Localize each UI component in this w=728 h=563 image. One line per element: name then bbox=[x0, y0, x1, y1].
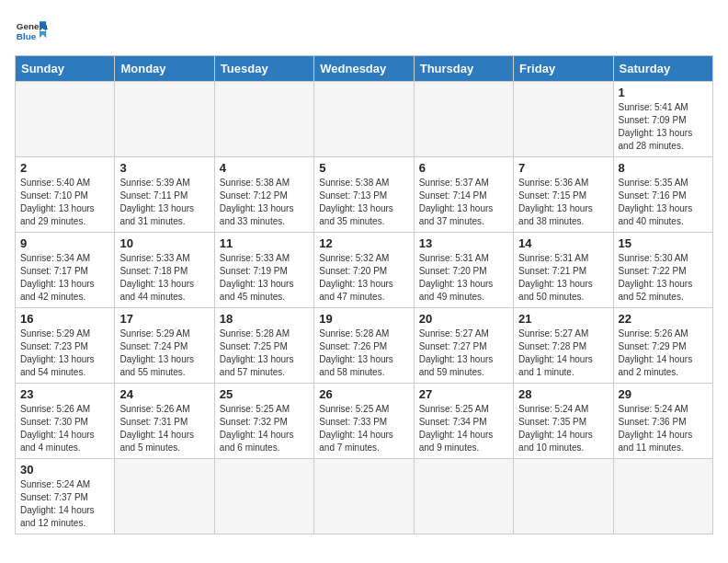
day-info: Sunrise: 5:24 AM Sunset: 7:37 PM Dayligh… bbox=[20, 478, 109, 530]
calendar-cell: 11Sunrise: 5:33 AM Sunset: 7:19 PM Dayli… bbox=[214, 233, 313, 308]
calendar-cell: 19Sunrise: 5:28 AM Sunset: 7:26 PM Dayli… bbox=[314, 308, 414, 384]
calendar-cell bbox=[514, 459, 613, 534]
calendar-cell: 8Sunrise: 5:35 AM Sunset: 7:16 PM Daylig… bbox=[613, 157, 712, 233]
weekday-header-wednesday: Wednesday bbox=[314, 56, 414, 82]
day-info: Sunrise: 5:41 AM Sunset: 7:09 PM Dayligh… bbox=[619, 101, 708, 153]
day-info: Sunrise: 5:26 AM Sunset: 7:29 PM Dayligh… bbox=[619, 327, 708, 379]
day-number: 22 bbox=[619, 312, 708, 326]
day-number: 5 bbox=[319, 161, 408, 175]
calendar-cell: 2Sunrise: 5:40 AM Sunset: 7:10 PM Daylig… bbox=[16, 157, 115, 233]
calendar-cell: 29Sunrise: 5:24 AM Sunset: 7:36 PM Dayli… bbox=[613, 384, 712, 459]
day-number: 19 bbox=[319, 312, 408, 326]
calendar-cell: 30Sunrise: 5:24 AM Sunset: 7:37 PM Dayli… bbox=[16, 459, 115, 534]
day-number: 18 bbox=[220, 312, 309, 326]
weekday-header-thursday: Thursday bbox=[414, 56, 513, 82]
day-info: Sunrise: 5:24 AM Sunset: 7:35 PM Dayligh… bbox=[518, 403, 608, 454]
day-info: Sunrise: 5:31 AM Sunset: 7:21 PM Dayligh… bbox=[518, 252, 608, 304]
calendar-cell bbox=[16, 82, 115, 157]
day-number: 12 bbox=[319, 236, 408, 250]
day-number: 27 bbox=[419, 387, 508, 401]
day-info: Sunrise: 5:30 AM Sunset: 7:22 PM Dayligh… bbox=[619, 252, 708, 304]
day-info: Sunrise: 5:29 AM Sunset: 7:24 PM Dayligh… bbox=[119, 327, 209, 379]
day-info: Sunrise: 5:35 AM Sunset: 7:16 PM Dayligh… bbox=[619, 177, 708, 228]
calendar-cell: 27Sunrise: 5:25 AM Sunset: 7:34 PM Dayli… bbox=[414, 384, 513, 459]
day-number: 2 bbox=[20, 161, 109, 175]
day-info: Sunrise: 5:25 AM Sunset: 7:34 PM Dayligh… bbox=[419, 403, 508, 454]
day-number: 29 bbox=[619, 387, 708, 401]
day-number: 30 bbox=[20, 463, 109, 477]
day-number: 20 bbox=[419, 312, 508, 326]
calendar-cell bbox=[214, 459, 313, 534]
day-number: 25 bbox=[220, 387, 309, 401]
page-header: General Blue bbox=[15, 15, 713, 48]
calendar-cell: 6Sunrise: 5:37 AM Sunset: 7:14 PM Daylig… bbox=[414, 157, 513, 233]
day-number: 1 bbox=[619, 86, 708, 99]
svg-marker-3 bbox=[40, 31, 46, 38]
svg-text:Blue: Blue bbox=[17, 31, 37, 41]
calendar-cell: 5Sunrise: 5:38 AM Sunset: 7:13 PM Daylig… bbox=[314, 157, 414, 233]
calendar-week-row: 1Sunrise: 5:41 AM Sunset: 7:09 PM Daylig… bbox=[16, 82, 713, 157]
day-info: Sunrise: 5:32 AM Sunset: 7:20 PM Dayligh… bbox=[319, 252, 408, 304]
calendar-cell bbox=[314, 82, 414, 157]
day-number: 21 bbox=[518, 312, 608, 326]
day-info: Sunrise: 5:39 AM Sunset: 7:11 PM Dayligh… bbox=[119, 177, 209, 228]
day-number: 17 bbox=[119, 312, 209, 326]
day-number: 7 bbox=[518, 161, 608, 175]
day-number: 9 bbox=[20, 236, 109, 250]
calendar-cell: 26Sunrise: 5:25 AM Sunset: 7:33 PM Dayli… bbox=[314, 384, 414, 459]
calendar-cell: 16Sunrise: 5:29 AM Sunset: 7:23 PM Dayli… bbox=[16, 308, 115, 384]
calendar-cell bbox=[214, 82, 313, 157]
day-number: 23 bbox=[20, 387, 109, 401]
calendar-cell bbox=[613, 459, 712, 534]
day-info: Sunrise: 5:37 AM Sunset: 7:14 PM Dayligh… bbox=[419, 177, 508, 228]
weekday-header-tuesday: Tuesday bbox=[214, 56, 313, 82]
calendar-week-row: 16Sunrise: 5:29 AM Sunset: 7:23 PM Dayli… bbox=[16, 308, 713, 384]
weekday-header-row: SundayMondayTuesdayWednesdayThursdayFrid… bbox=[16, 56, 713, 82]
calendar-cell: 18Sunrise: 5:28 AM Sunset: 7:25 PM Dayli… bbox=[214, 308, 313, 384]
day-info: Sunrise: 5:25 AM Sunset: 7:32 PM Dayligh… bbox=[220, 403, 309, 454]
calendar-cell bbox=[314, 459, 414, 534]
calendar-cell: 24Sunrise: 5:26 AM Sunset: 7:31 PM Dayli… bbox=[115, 384, 214, 459]
calendar-cell: 12Sunrise: 5:32 AM Sunset: 7:20 PM Dayli… bbox=[314, 233, 414, 308]
weekday-header-monday: Monday bbox=[115, 56, 214, 82]
day-info: Sunrise: 5:27 AM Sunset: 7:28 PM Dayligh… bbox=[518, 327, 608, 379]
calendar-week-row: 23Sunrise: 5:26 AM Sunset: 7:30 PM Dayli… bbox=[16, 384, 713, 459]
day-number: 3 bbox=[119, 161, 209, 175]
weekday-header-friday: Friday bbox=[514, 56, 613, 82]
day-number: 14 bbox=[518, 236, 608, 250]
day-number: 13 bbox=[419, 236, 508, 250]
weekday-header-sunday: Sunday bbox=[16, 56, 115, 82]
day-number: 6 bbox=[419, 161, 508, 175]
calendar-cell: 9Sunrise: 5:34 AM Sunset: 7:17 PM Daylig… bbox=[16, 233, 115, 308]
day-number: 24 bbox=[119, 387, 209, 401]
day-info: Sunrise: 5:26 AM Sunset: 7:30 PM Dayligh… bbox=[20, 403, 109, 454]
day-info: Sunrise: 5:33 AM Sunset: 7:18 PM Dayligh… bbox=[119, 252, 209, 304]
calendar-cell: 15Sunrise: 5:30 AM Sunset: 7:22 PM Dayli… bbox=[613, 233, 712, 308]
calendar-cell: 25Sunrise: 5:25 AM Sunset: 7:32 PM Dayli… bbox=[214, 384, 313, 459]
calendar-cell: 23Sunrise: 5:26 AM Sunset: 7:30 PM Dayli… bbox=[16, 384, 115, 459]
calendar-cell bbox=[414, 82, 513, 157]
calendar-cell: 4Sunrise: 5:38 AM Sunset: 7:12 PM Daylig… bbox=[214, 157, 313, 233]
calendar-cell: 22Sunrise: 5:26 AM Sunset: 7:29 PM Dayli… bbox=[613, 308, 712, 384]
day-number: 10 bbox=[119, 236, 209, 250]
day-info: Sunrise: 5:40 AM Sunset: 7:10 PM Dayligh… bbox=[20, 177, 109, 228]
day-info: Sunrise: 5:24 AM Sunset: 7:36 PM Dayligh… bbox=[619, 403, 708, 454]
day-number: 8 bbox=[619, 161, 708, 175]
day-number: 4 bbox=[220, 161, 309, 175]
day-info: Sunrise: 5:25 AM Sunset: 7:33 PM Dayligh… bbox=[319, 403, 408, 454]
day-info: Sunrise: 5:29 AM Sunset: 7:23 PM Dayligh… bbox=[20, 327, 109, 379]
day-info: Sunrise: 5:33 AM Sunset: 7:19 PM Dayligh… bbox=[220, 252, 309, 304]
day-info: Sunrise: 5:28 AM Sunset: 7:25 PM Dayligh… bbox=[220, 327, 309, 379]
day-info: Sunrise: 5:38 AM Sunset: 7:12 PM Dayligh… bbox=[220, 177, 309, 228]
calendar-week-row: 2Sunrise: 5:40 AM Sunset: 7:10 PM Daylig… bbox=[16, 157, 713, 233]
logo-icon: General Blue bbox=[15, 15, 48, 48]
calendar-cell: 3Sunrise: 5:39 AM Sunset: 7:11 PM Daylig… bbox=[115, 157, 214, 233]
day-number: 15 bbox=[619, 236, 708, 250]
day-info: Sunrise: 5:27 AM Sunset: 7:27 PM Dayligh… bbox=[419, 327, 508, 379]
calendar-cell: 14Sunrise: 5:31 AM Sunset: 7:21 PM Dayli… bbox=[514, 233, 613, 308]
calendar-cell: 13Sunrise: 5:31 AM Sunset: 7:20 PM Dayli… bbox=[414, 233, 513, 308]
calendar-cell bbox=[414, 459, 513, 534]
calendar-cell bbox=[115, 459, 214, 534]
day-number: 28 bbox=[518, 387, 608, 401]
calendar-week-row: 9Sunrise: 5:34 AM Sunset: 7:17 PM Daylig… bbox=[16, 233, 713, 308]
